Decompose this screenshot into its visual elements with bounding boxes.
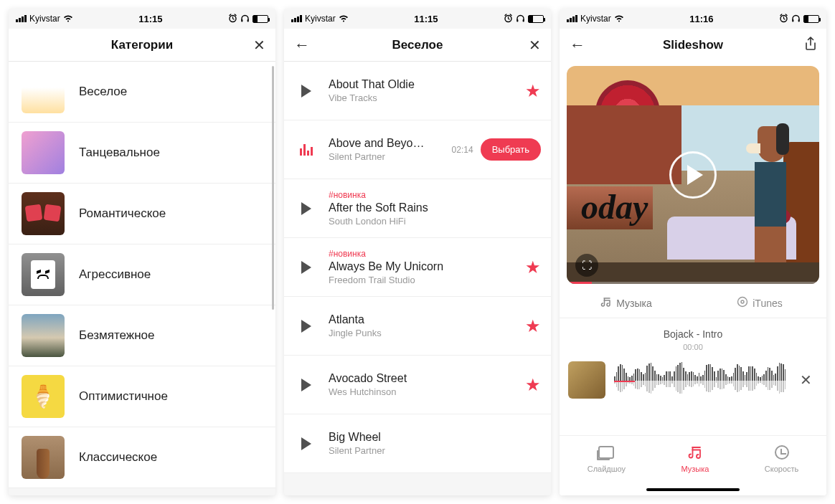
play-button[interactable] bbox=[294, 379, 319, 391]
song-row[interactable]: #новинка Always Be My Unicorn Freedom Tr… bbox=[284, 238, 551, 297]
status-time: 11:15 bbox=[138, 14, 162, 24]
category-label: Безмятежное bbox=[79, 328, 154, 343]
song-artist: Jingle Punks bbox=[329, 328, 515, 338]
category-thumb bbox=[22, 253, 65, 296]
play-button[interactable] bbox=[294, 261, 319, 274]
back-button[interactable]: ← bbox=[560, 29, 595, 62]
close-icon: ✕ bbox=[529, 37, 541, 54]
signal-icon bbox=[16, 15, 27, 22]
music-icon bbox=[686, 443, 704, 462]
progress-bar[interactable] bbox=[567, 282, 819, 284]
scroll-indicator bbox=[272, 66, 274, 310]
wifi-icon bbox=[614, 14, 624, 24]
category-row[interactable]: Безмятежное bbox=[9, 305, 275, 366]
svg-rect-8 bbox=[798, 19, 800, 22]
svg-point-9 bbox=[738, 298, 747, 307]
track-thumb[interactable] bbox=[568, 361, 605, 399]
category-thumb bbox=[22, 314, 65, 357]
svg-rect-1 bbox=[241, 19, 242, 22]
close-button[interactable]: ✕ bbox=[519, 29, 551, 62]
play-button[interactable] bbox=[294, 202, 319, 215]
song-title: Big Wheel bbox=[329, 431, 531, 444]
tab-music[interactable]: Музыка bbox=[560, 288, 693, 318]
category-list[interactable]: Веселое Танцевальное Романтическое Агрес… bbox=[9, 62, 275, 495]
star-icon[interactable]: ★ bbox=[525, 316, 541, 336]
battery-icon bbox=[803, 15, 819, 23]
play-button[interactable] bbox=[294, 437, 319, 450]
category-label: Агрессивное bbox=[79, 267, 151, 282]
close-icon: ✕ bbox=[800, 372, 812, 388]
category-row[interactable]: Агрессивное bbox=[9, 244, 275, 305]
song-row[interactable]: Above and Beyo… Silent Partner 02:14 Выб… bbox=[284, 120, 551, 179]
back-button[interactable]: ← bbox=[284, 29, 320, 62]
nav-slideshow[interactable]: Слайдшоу bbox=[588, 443, 626, 473]
tab-itunes[interactable]: iTunes bbox=[693, 288, 826, 318]
song-list[interactable]: About That Oldie Vibe Tracks ★ Above and… bbox=[284, 62, 551, 495]
play-icon bbox=[301, 437, 311, 450]
expand-icon: ⛶ bbox=[582, 260, 592, 271]
page-title: Категории bbox=[111, 38, 173, 52]
status-bar: Kyivstar 11:16 bbox=[560, 9, 826, 29]
play-button[interactable] bbox=[294, 85, 319, 98]
category-row[interactable]: Классическое bbox=[9, 427, 275, 488]
home-indicator bbox=[646, 488, 740, 491]
svg-rect-5 bbox=[523, 19, 524, 22]
battery-icon bbox=[528, 15, 544, 23]
play-button[interactable] bbox=[294, 320, 319, 333]
nav-label: Скорость bbox=[765, 465, 799, 473]
nav-bar: ← Slideshow bbox=[560, 29, 826, 62]
tab-label: iTunes bbox=[753, 298, 783, 309]
carrier-label: Kyivstar bbox=[29, 14, 60, 24]
equalizer-icon bbox=[300, 144, 313, 156]
wifi-icon bbox=[63, 14, 73, 24]
remove-track-button[interactable]: ✕ bbox=[794, 366, 818, 394]
play-icon bbox=[301, 261, 311, 274]
expand-button[interactable]: ⛶ bbox=[575, 254, 598, 277]
play-icon bbox=[301, 320, 311, 333]
video-preview[interactable]: oday ⛶ bbox=[567, 66, 819, 284]
svg-point-10 bbox=[741, 300, 744, 303]
play-button[interactable] bbox=[669, 151, 717, 199]
star-icon[interactable]: ★ bbox=[525, 375, 541, 395]
nav-music[interactable]: Музыка bbox=[681, 443, 709, 473]
status-time: 11:16 bbox=[689, 14, 713, 24]
now-playing-indicator[interactable] bbox=[294, 144, 319, 156]
nav-label: Музыка bbox=[681, 465, 709, 473]
status-bar: Kyivstar 11:15 bbox=[9, 9, 275, 29]
status-time: 11:15 bbox=[414, 14, 438, 24]
headphones-icon bbox=[791, 14, 801, 24]
category-row[interactable]: Танцевальное bbox=[9, 123, 275, 184]
category-row[interactable]: Романтическое bbox=[9, 184, 275, 244]
song-row[interactable]: About That Oldie Vibe Tracks ★ bbox=[284, 62, 551, 120]
close-button[interactable]: ✕ bbox=[243, 29, 275, 62]
category-label: Романтическое bbox=[79, 206, 166, 221]
song-artist: Silent Partner bbox=[329, 151, 442, 162]
share-button[interactable] bbox=[795, 29, 826, 62]
star-icon[interactable]: ★ bbox=[525, 81, 541, 101]
song-artist: South London HiFi bbox=[329, 216, 531, 227]
category-thumb bbox=[22, 131, 65, 174]
nav-bar: Категории ✕ bbox=[9, 29, 275, 62]
category-row[interactable]: Оптимистичное bbox=[9, 366, 275, 427]
slideshow-icon bbox=[598, 446, 614, 459]
category-row[interactable]: Веселое bbox=[9, 62, 275, 123]
song-artist: Silent Partner bbox=[329, 445, 531, 456]
svg-rect-2 bbox=[247, 19, 249, 22]
play-icon bbox=[301, 85, 311, 98]
page-title: Slideshow bbox=[663, 38, 723, 52]
song-row[interactable]: #новинка After the Soft Rains South Lond… bbox=[284, 179, 551, 238]
waveform[interactable] bbox=[614, 362, 786, 398]
star-icon[interactable]: ★ bbox=[525, 257, 541, 277]
select-button[interactable]: Выбрать bbox=[481, 138, 541, 161]
share-icon bbox=[805, 37, 816, 54]
song-row[interactable]: Big Wheel Silent Partner bbox=[284, 414, 551, 473]
song-row[interactable]: Atlanta Jingle Punks ★ bbox=[284, 297, 551, 356]
category-thumb bbox=[22, 436, 65, 479]
waveform-row: ✕ bbox=[560, 351, 826, 409]
tab-label: Музыка bbox=[616, 298, 652, 309]
close-icon: ✕ bbox=[253, 37, 265, 54]
nav-speed[interactable]: Скорость bbox=[765, 443, 799, 473]
song-duration: 02:14 bbox=[452, 145, 473, 155]
song-row[interactable]: Avocado Street Wes Hutchinson ★ bbox=[284, 356, 551, 414]
category-thumb bbox=[22, 192, 65, 235]
